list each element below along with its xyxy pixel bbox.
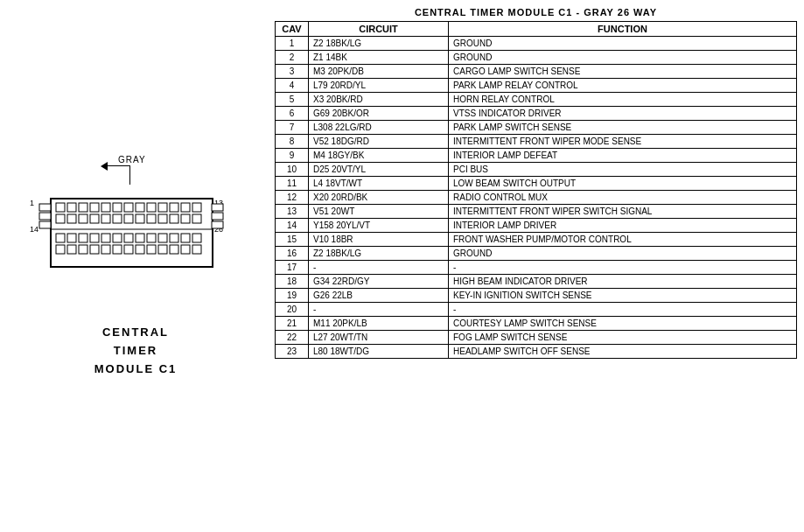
table-cell-13-0: 14	[276, 219, 309, 233]
svg-rect-27	[124, 214, 133, 223]
svg-rect-48	[67, 245, 76, 254]
svg-rect-50	[90, 245, 99, 254]
table-cell-1-0: 2	[276, 51, 309, 65]
svg-rect-19	[181, 203, 190, 212]
table-row: 5X3 20BK/RDHORN RELAY CONTROL	[276, 93, 797, 107]
table-cell-0-0: 1	[276, 37, 309, 51]
svg-rect-14	[124, 203, 133, 212]
table-row: 6G69 20BK/ORVTSS INDICATOR DRIVER	[276, 107, 797, 121]
table-row: 9M4 18GY/BKINTERIOR LAMP DEFEAT	[276, 149, 797, 163]
table-cell-14-1: V10 18BR	[309, 233, 449, 247]
table-cell-22-1: L80 18WT/DG	[309, 345, 449, 359]
table-cell-14-2: FRONT WASHER PUMP/MOTOR CONTROL	[449, 233, 797, 247]
table-cell-19-2: -	[449, 303, 797, 317]
table-cell-1-1: Z1 14BK	[309, 51, 449, 65]
svg-rect-53	[124, 245, 133, 254]
svg-rect-15	[136, 203, 144, 212]
table-cell-20-0: 21	[276, 317, 309, 331]
svg-rect-30	[158, 214, 167, 223]
col-header-circuit: CIRCUIT	[309, 22, 449, 37]
table-cell-4-2: HORN RELAY CONTROL	[449, 93, 797, 107]
table-cell-11-1: X20 20RD/BK	[309, 191, 449, 205]
table-cell-4-0: 5	[276, 93, 309, 107]
svg-rect-28	[136, 214, 144, 223]
svg-rect-43	[158, 234, 167, 242]
table-cell-8-2: INTERIOR LAMP DEFEAT	[449, 149, 797, 163]
table-row: 17--	[276, 261, 797, 275]
table-row: 8V52 18DG/RDINTERMITTENT FRONT WIPER MOD…	[276, 135, 797, 149]
svg-rect-6	[212, 213, 223, 220]
table-cell-1-2: GROUND	[449, 51, 797, 65]
svg-rect-3	[39, 213, 51, 220]
table-cell-22-0: 23	[276, 345, 309, 359]
table-cell-2-2: CARGO LAMP SWITCH SENSE	[449, 65, 797, 79]
svg-rect-9	[67, 203, 76, 212]
table-row: 20--	[276, 303, 797, 317]
table-cell-2-1: M3 20PK/DB	[309, 65, 449, 79]
table-cell-10-2: LOW BEAM SWITCH OUTPUT	[449, 177, 797, 191]
table-cell-15-2: GROUND	[449, 247, 797, 261]
svg-rect-23	[79, 214, 87, 223]
left-panel: GRAY 1 13 14 26	[0, 0, 271, 532]
table-row: 4L79 20RD/YLPARK LAMP RELAY CONTROL	[276, 79, 797, 93]
module-label: CENTRAL TIMER MODULE C1	[94, 324, 178, 378]
circuit-table: CAV CIRCUIT FUNCTION 1Z2 18BK/LGGROUND2Z…	[275, 21, 797, 359]
table-cell-11-0: 12	[276, 191, 309, 205]
table-cell-9-1: D25 20VT/YL	[309, 163, 449, 177]
col-header-function: FUNCTION	[449, 22, 797, 37]
table-cell-22-2: HEADLAMP SWITCH OFF SENSE	[449, 345, 797, 359]
svg-rect-44	[170, 234, 178, 242]
svg-rect-17	[158, 203, 167, 212]
table-cell-21-2: FOG LAMP SWITCH SENSE	[449, 331, 797, 345]
table-cell-4-1: X3 20BK/RD	[309, 93, 449, 107]
table-cell-11-2: RADIO CONTROL MUX	[449, 191, 797, 205]
svg-rect-58	[181, 245, 190, 254]
svg-rect-7	[212, 221, 223, 228]
table-row: 19G26 22LBKEY-IN IGNITION SWITCH SENSE	[276, 289, 797, 303]
svg-rect-2	[39, 204, 51, 211]
table-cell-7-1: V52 18DG/RD	[309, 135, 449, 149]
svg-rect-32	[181, 214, 190, 223]
table-row: 23L80 18WT/DGHEADLAMP SWITCH OFF SENSE	[276, 345, 797, 359]
svg-rect-21	[56, 214, 65, 223]
connector-svg	[35, 179, 227, 276]
table-cell-18-0: 19	[276, 289, 309, 303]
table-cell-18-2: KEY-IN IGNITION SWITCH SENSE	[449, 289, 797, 303]
table-cell-6-1: L308 22LG/RD	[309, 121, 449, 135]
table-cell-7-2: INTERMITTENT FRONT WIPER MODE SENSE	[449, 135, 797, 149]
connector-diagram: GRAY 1 13 14 26	[26, 153, 245, 311]
table-title: CENTRAL TIMER MODULE C1 - GRAY 26 WAY	[275, 7, 797, 18]
right-panel: CENTRAL TIMER MODULE C1 - GRAY 26 WAY CA…	[271, 0, 804, 532]
table-row: 15V10 18BRFRONT WASHER PUMP/MOTOR CONTRO…	[276, 233, 797, 247]
arrow-head	[101, 162, 108, 171]
svg-rect-59	[192, 245, 201, 254]
svg-rect-54	[136, 245, 144, 254]
table-row: 1Z2 18BK/LGGROUND	[276, 37, 797, 51]
svg-rect-13	[113, 203, 122, 212]
svg-rect-35	[67, 234, 76, 242]
svg-rect-36	[79, 234, 87, 242]
table-cell-5-0: 6	[276, 107, 309, 121]
arrow-horizontal	[105, 165, 130, 166]
table-cell-12-2: INTERMITTENT FRONT WIPER SWITCH SIGNAL	[449, 205, 797, 219]
table-cell-17-1: G34 22RD/GY	[309, 275, 449, 289]
svg-rect-34	[56, 234, 65, 242]
svg-rect-57	[170, 245, 178, 254]
table-row: 16Z2 18BK/LGGROUND	[276, 247, 797, 261]
table-cell-19-0: 20	[276, 303, 309, 317]
table-row: 21M11 20PK/LBCOURTESY LAMP SWITCH SENSE	[276, 317, 797, 331]
table-cell-21-0: 22	[276, 331, 309, 345]
table-cell-12-1: V51 20WT	[309, 205, 449, 219]
svg-rect-41	[136, 234, 144, 242]
svg-rect-42	[147, 234, 156, 242]
table-cell-20-1: M11 20PK/LB	[309, 317, 449, 331]
table-cell-16-0: 17	[276, 261, 309, 275]
table-cell-7-0: 8	[276, 135, 309, 149]
table-cell-16-1: -	[309, 261, 449, 275]
svg-rect-16	[147, 203, 156, 212]
svg-rect-37	[90, 234, 99, 242]
svg-rect-8	[56, 203, 65, 212]
svg-rect-39	[113, 234, 122, 242]
svg-rect-25	[101, 214, 110, 223]
svg-rect-31	[170, 214, 178, 223]
